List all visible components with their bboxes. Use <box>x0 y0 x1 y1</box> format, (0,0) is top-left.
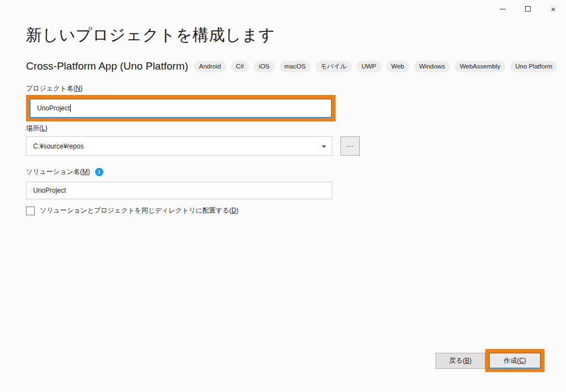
close-icon: × <box>551 5 556 13</box>
same-directory-checkbox[interactable] <box>26 206 35 215</box>
template-tag-list: AndroidC#iOSmacOSモバイルUWPWebWindowsWebAss… <box>194 61 557 72</box>
same-directory-label: ソリューションとプロジェクトを同じディレクトリに配置する(D) <box>40 206 238 215</box>
maximize-button[interactable] <box>515 0 541 18</box>
configure-project-dialog: × 新しいプロジェクトを構成します Cross-Platform App (Un… <box>0 0 566 392</box>
location-combobox[interactable]: C:¥source¥repos <box>26 136 332 156</box>
template-tag: macOS <box>280 61 311 72</box>
maximize-icon <box>525 6 531 12</box>
highlight-annotation-project-name: UnoProject <box>26 95 336 121</box>
project-name-label: プロジェクト名(N) <box>26 84 82 93</box>
template-tag: iOS <box>254 61 274 72</box>
minimize-icon <box>500 9 506 9</box>
page-title: 新しいプロジェクトを構成します <box>26 24 275 46</box>
text-caret <box>70 104 71 112</box>
solution-name-input[interactable]: UnoProject <box>26 182 332 199</box>
browse-location-button[interactable]: ... <box>340 136 360 156</box>
template-tag: Web <box>386 61 409 72</box>
template-tag: Windows <box>414 61 450 72</box>
template-tag: WebAssembly <box>455 61 505 72</box>
template-tag: モバイル <box>316 61 352 72</box>
location-label: 場所(L) <box>26 124 48 133</box>
window-caption-controls: × <box>490 0 566 18</box>
solution-name-value: UnoProject <box>33 187 66 194</box>
create-button[interactable]: 作成(C) <box>489 353 541 368</box>
dropdown-arrow-icon[interactable] <box>322 145 326 147</box>
minimize-button[interactable] <box>490 0 515 18</box>
info-icon[interactable]: i <box>95 168 103 176</box>
highlight-annotation-create-button: 作成(C) <box>485 349 544 372</box>
close-button[interactable]: × <box>541 0 566 18</box>
template-tag: Android <box>194 61 226 72</box>
solution-name-label: ソリューション名(M) i <box>26 167 103 177</box>
same-directory-row: ソリューションとプロジェクトを同じディレクトリに配置する(D) <box>26 206 238 215</box>
project-name-input[interactable]: UnoProject <box>30 99 332 118</box>
back-button[interactable]: 戻る(B) <box>436 353 485 369</box>
ellipsis-icon: ... <box>347 141 354 149</box>
location-value: C:¥source¥repos <box>33 142 83 150</box>
template-tag: C# <box>231 61 249 72</box>
template-tag: Uno Platform <box>510 61 557 72</box>
template-tag: UWP <box>357 61 381 72</box>
template-name: Cross-Platform App (Uno Platform) <box>26 60 188 72</box>
project-name-value: UnoProject <box>37 104 70 112</box>
